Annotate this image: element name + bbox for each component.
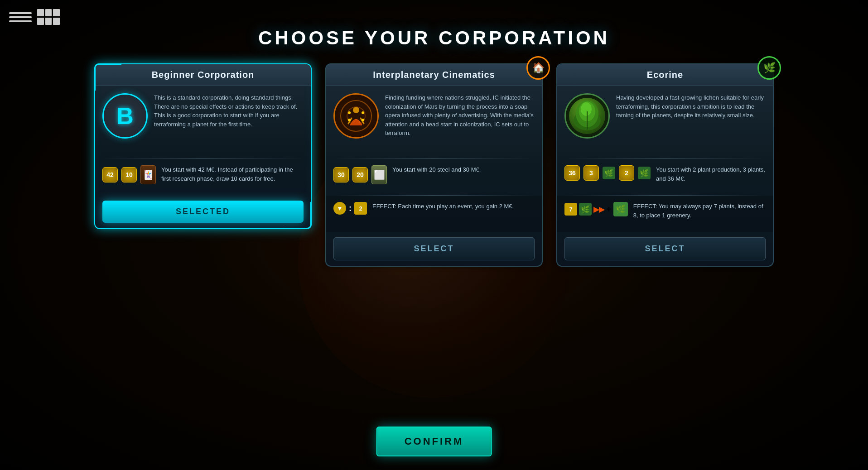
corporations-list: Beginner Corporation B This is a standar… — [49, 63, 819, 267]
select-btn-ecorine[interactable]: SELECT — [564, 237, 766, 260]
svg-point-2 — [353, 107, 359, 113]
stat-mc-ic: 30 — [333, 167, 349, 182]
menu-icon[interactable] — [9, 9, 32, 25]
plant-prod-icon-ecorine: 🌿 — [638, 167, 651, 179]
stat-badges-beginner: 42 10 🃏 — [102, 165, 156, 184]
svg-point-13 — [581, 102, 592, 116]
corp-description-ecorine: Having developed a fast-growing lichen s… — [616, 93, 766, 151]
card-icon-beginner: 🃏 — [140, 165, 156, 184]
corp-logo-beginner: B — [102, 93, 148, 139]
corner-decoration-br — [285, 202, 312, 229]
svg-point-7 — [362, 111, 364, 114]
effect-text-ic: EFFECT: Each time you play an event, you… — [372, 202, 535, 211]
top-toolbar — [9, 9, 60, 25]
card-stats-ecorine: 36 3 🌿 2 🌿 You start with 2 plant produc… — [557, 159, 773, 195]
stat-prod-ecorine: 2 — [619, 165, 634, 181]
eco-logo-art — [569, 98, 605, 134]
stat-badges-ic: 30 20 ⬜ — [333, 165, 387, 184]
svg-point-8 — [348, 119, 351, 121]
corner-decoration-tl — [94, 63, 121, 91]
stat-text-ic: You start with 20 steel and 30 M€. — [392, 165, 535, 174]
card-footer-ecorine: SELECT — [557, 232, 773, 266]
card-footer-beginner: SELECTED — [95, 195, 311, 228]
effect-greenery-icon: 🌿 — [613, 202, 628, 216]
steel-icon-ic: ⬜ — [371, 165, 387, 184]
plant-icon-ecorine: 🌿 — [603, 167, 615, 179]
card-footer-ic: SELECT — [326, 232, 542, 266]
card-effect-ecorine: 7 🌿 ▶▶ + 🌿 EFFECT: You may always pay 7 … — [557, 196, 773, 232]
stat-badges-ecorine: 36 3 🌿 2 🌿 — [564, 165, 651, 181]
stat-steel-ic: 20 — [352, 167, 368, 182]
effect-icons-ic: ▼ : 2 — [333, 202, 367, 215]
colon-separator: : — [349, 204, 352, 213]
stat-cards-beginner: 10 — [121, 167, 137, 182]
card-header-ecorine: Ecorine — [557, 64, 773, 86]
corp-name-beginner: Beginner Corporation — [102, 70, 304, 80]
beginner-logo-letter: B — [116, 102, 134, 129]
corp-card-ecorine-inner[interactable]: 🌿 Ecorine Having de — [556, 63, 774, 267]
effect-amount-ic: 2 — [354, 202, 367, 215]
corp-logo-ic — [333, 93, 379, 139]
card-body-top-ecorine: Having developed a fast-growing lichen s… — [557, 86, 773, 158]
card-body-top-ic: Finding funding where nations struggled,… — [326, 86, 542, 158]
ic-logo-svg — [340, 100, 372, 132]
eco-svg — [569, 98, 605, 134]
card-header-beginner: Beginner Corporation — [95, 64, 311, 86]
card-body-top-beginner: B This is a standard corporation, doing … — [95, 86, 311, 158]
corp-description-beginner: This is a standard corporation, doing st… — [154, 93, 304, 151]
corp-description-ic: Finding funding where nations struggled,… — [385, 93, 535, 151]
stat-mc-beginner: 42 — [102, 167, 118, 182]
effect-amount-ecorine: 7 — [564, 203, 577, 216]
page-title: CHOOSE YOUR CORPORATION — [258, 27, 610, 49]
effect-arrow-icon: ▶▶ — [593, 205, 604, 214]
card-stats-ic: 30 20 ⬜ You start with 20 steel and 30 M… — [326, 159, 542, 195]
stat-text-ecorine: You start with 2 plant production, 3 pla… — [656, 165, 766, 183]
confirm-section: CONFIRM — [376, 427, 492, 456]
confirm-button[interactable]: CONFIRM — [376, 427, 492, 456]
select-btn-beginner[interactable]: SELECTED — [102, 201, 304, 223]
svg-point-6 — [348, 111, 351, 114]
corp-card-beginner-inner[interactable]: Beginner Corporation B This is a standar… — [94, 63, 312, 229]
corp-card-ic-inner[interactable]: 🏠 Interplanetary Cinematics — [325, 63, 543, 267]
effect-text-ecorine: EFFECT: You may always pay 7 plants, ins… — [633, 202, 766, 220]
grid-view-icon[interactable] — [37, 9, 60, 25]
svg-point-9 — [362, 119, 364, 121]
svg-point-0 — [341, 101, 371, 131]
effect-icons-ecorine: 7 🌿 ▶▶ + 🌿 — [564, 202, 628, 216]
card-stats-beginner: 42 10 🃏 You start with 42 M€. Instead of… — [95, 159, 311, 195]
card-header-ic: Interplanetary Cinematics — [326, 64, 542, 86]
card-effect-ic: ▼ : 2 EFFECT: Each time you play an even… — [326, 196, 542, 232]
stat-text-beginner: You start with 42 M€. Instead of partici… — [161, 165, 304, 183]
corp-card-ic: 🏠 Interplanetary Cinematics — [325, 63, 543, 267]
event-icon: ▼ — [333, 202, 346, 215]
corp-logo-ecorine — [564, 93, 610, 139]
select-btn-ic[interactable]: SELECT — [333, 237, 535, 260]
corp-name-ecorine: Ecorine — [564, 70, 766, 80]
ic-corner-icon: 🏠 — [526, 56, 550, 80]
corp-card-beginner: Beginner Corporation B This is a standar… — [94, 63, 312, 267]
stat-mc-ecorine: 36 — [564, 165, 580, 181]
effect-plant-icon: 🌿 — [579, 203, 592, 216]
corp-name-ic: Interplanetary Cinematics — [333, 70, 535, 80]
eco-corner-icon: 🌿 — [757, 56, 781, 80]
stat-plants-ecorine: 3 — [583, 165, 599, 181]
corp-card-ecorine: 🌿 Ecorine Having de — [556, 63, 774, 267]
